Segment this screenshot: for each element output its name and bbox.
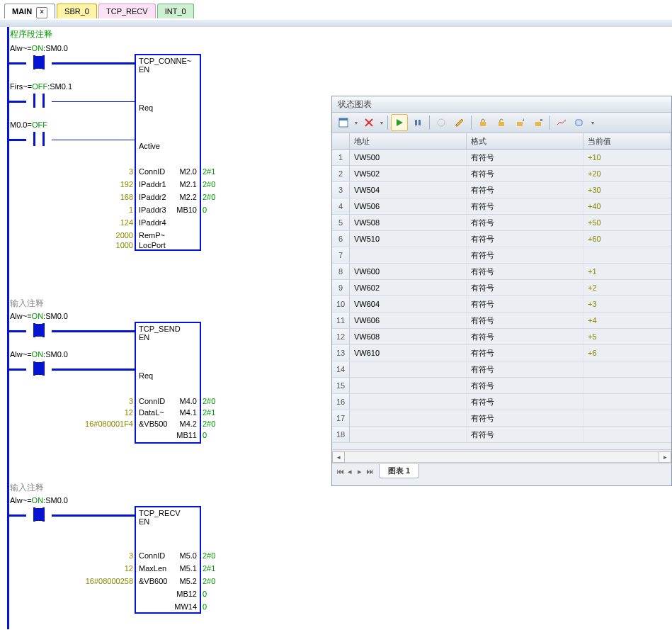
row-number[interactable]: 13	[332, 345, 350, 361]
table-row[interactable]: 2VW502有符号+20	[332, 166, 671, 182]
row-number[interactable]: 11	[332, 313, 350, 328]
dropdown-icon[interactable]: ▾	[590, 120, 596, 126]
cell-address[interactable]	[350, 427, 467, 442]
table-row[interactable]: 18有符号	[332, 427, 671, 443]
cell-address[interactable]: VW602	[350, 280, 467, 296]
cell-format[interactable]: 有符号	[467, 231, 583, 247]
table-row[interactable]: 12VW608有符号+5	[332, 329, 671, 345]
row-number[interactable]: 16	[332, 394, 350, 410]
cell-current-value[interactable]: +2	[583, 280, 671, 296]
block-tcp-send[interactable]: TCP_SEND EN Req 3ConnIDM4.02#0 12DataL~M…	[135, 322, 201, 444]
row-number[interactable]: 17	[332, 410, 350, 426]
cell-current-value[interactable]: +5	[583, 329, 671, 344]
table-row[interactable]: 4VW506有符号+40	[332, 198, 671, 215]
cell-current-value[interactable]	[583, 247, 671, 263]
cell-format[interactable]: 有符号	[467, 264, 583, 279]
force-button[interactable]	[433, 114, 450, 131]
row-header-col[interactable]	[332, 133, 350, 149]
col-format[interactable]: 格式	[467, 133, 583, 149]
dropdown-icon[interactable]: ▾	[353, 120, 359, 126]
row-number[interactable]: 18	[332, 427, 350, 442]
cell-address[interactable]: VW500	[350, 150, 467, 165]
row-number[interactable]: 5	[332, 215, 350, 230]
close-icon[interactable]: ×	[36, 7, 47, 18]
cell-current-value[interactable]: +3	[583, 296, 671, 312]
row-number[interactable]: 7	[332, 247, 350, 263]
cell-current-value[interactable]: +50	[583, 215, 671, 230]
cell-address[interactable]: VW604	[350, 296, 467, 312]
contact-m00[interactable]	[26, 129, 52, 149]
tab-tcp-recv[interactable]: TCP_RECV	[98, 4, 156, 18]
cell-address[interactable]: VW606	[350, 313, 467, 328]
cell-current-value[interactable]	[583, 427, 671, 442]
chart-tab-1[interactable]: 图表 1	[379, 464, 419, 478]
cell-address[interactable]	[350, 361, 467, 377]
cell-current-value[interactable]: +40	[583, 198, 671, 214]
contact-sm01[interactable]	[26, 91, 52, 111]
cell-format[interactable]: 有符号	[467, 394, 583, 410]
tag-button[interactable]	[571, 114, 588, 131]
cell-format[interactable]: 有符号	[467, 247, 583, 263]
table-row[interactable]: 14有符号	[332, 361, 671, 378]
lock-read-button[interactable]	[530, 114, 547, 131]
table-row[interactable]: 3VW504有符号+30	[332, 182, 671, 198]
scroll-left-icon[interactable]: ◂	[332, 451, 345, 463]
cell-current-value[interactable]: +6	[583, 345, 671, 361]
cell-current-value[interactable]: +60	[583, 231, 671, 247]
contact-sm00[interactable]	[26, 505, 52, 524]
contact-sm00-a[interactable]	[26, 320, 52, 340]
horizontal-scrollbar[interactable]: ◂ ▸	[332, 449, 671, 463]
cell-format[interactable]: 有符号	[467, 280, 583, 296]
run-button[interactable]	[391, 114, 408, 131]
tab-main[interactable]: MAIN×	[4, 4, 55, 18]
table-row[interactable]: 13VW610有符号+6	[332, 345, 671, 361]
trend-button[interactable]	[553, 114, 570, 131]
cell-address[interactable]	[350, 378, 467, 393]
delete-button[interactable]	[360, 114, 377, 131]
cell-address[interactable]: VW508	[350, 215, 467, 230]
table-row[interactable]: 15有符号	[332, 378, 671, 394]
new-chart-button[interactable]	[335, 114, 352, 131]
table-row[interactable]: 9VW602有符号+2	[332, 280, 671, 296]
last-tab-icon[interactable]: ⏭	[365, 467, 375, 476]
contact-sm00-b[interactable]	[26, 359, 52, 378]
cell-current-value[interactable]: +4	[583, 313, 671, 328]
row-number[interactable]: 2	[332, 166, 350, 181]
prev-tab-icon[interactable]: ◂	[345, 467, 355, 476]
cell-current-value[interactable]: +30	[583, 182, 671, 198]
cell-current-value[interactable]	[583, 378, 671, 393]
cell-current-value[interactable]: +1	[583, 264, 671, 279]
row-number[interactable]: 15	[332, 378, 350, 393]
contact-sm00[interactable]	[26, 52, 52, 72]
table-row[interactable]: 8VW600有符号+1	[332, 264, 671, 280]
cell-address[interactable]: VW502	[350, 166, 467, 181]
col-current-value[interactable]: 当前值	[583, 133, 671, 149]
row-number[interactable]: 4	[332, 198, 350, 214]
cell-format[interactable]: 有符号	[467, 150, 583, 165]
cell-format[interactable]: 有符号	[467, 427, 583, 442]
cell-format[interactable]: 有符号	[467, 296, 583, 312]
cell-address[interactable]: VW504	[350, 182, 467, 198]
table-row[interactable]: 11VW606有符号+4	[332, 313, 671, 329]
cell-address[interactable]	[350, 247, 467, 263]
table-row[interactable]: 10VW604有符号+3	[332, 296, 671, 313]
cell-address[interactable]: VW510	[350, 231, 467, 247]
dropdown-icon[interactable]: ▾	[379, 120, 385, 126]
row-number[interactable]: 3	[332, 182, 350, 198]
cell-format[interactable]: 有符号	[467, 198, 583, 214]
cell-current-value[interactable]	[583, 410, 671, 426]
table-row[interactable]: 16有符号	[332, 394, 671, 410]
cell-address[interactable]	[350, 410, 467, 426]
row-number[interactable]: 10	[332, 296, 350, 312]
row-number[interactable]: 9	[332, 280, 350, 296]
tab-sbr[interactable]: SBR_0	[57, 4, 97, 18]
table-row[interactable]: 5VW508有符号+50	[332, 215, 671, 231]
cell-format[interactable]: 有符号	[467, 166, 583, 181]
block-tcp-recv[interactable]: TCP_RECV EN 3ConnIDM5.02#0 12MaxLenM5.12…	[135, 506, 201, 614]
next-tab-icon[interactable]: ▸	[355, 467, 365, 476]
cell-address[interactable]	[350, 394, 467, 410]
unlock-button[interactable]	[493, 114, 510, 131]
cell-current-value[interactable]: +10	[583, 150, 671, 165]
row-number[interactable]: 8	[332, 264, 350, 279]
table-row[interactable]: 6VW510有符号+60	[332, 231, 671, 247]
